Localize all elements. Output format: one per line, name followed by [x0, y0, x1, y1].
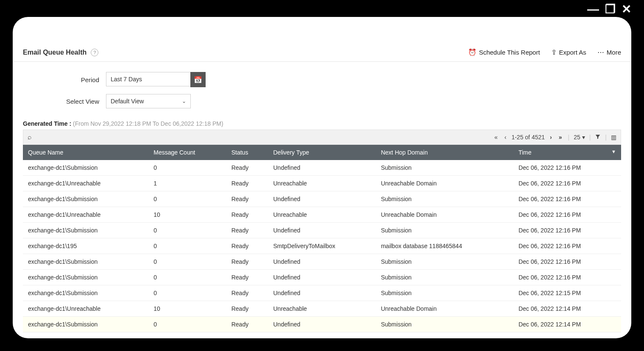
cell-count: 10 — [148, 207, 226, 223]
cell-time: Dec 06, 2022 12:16 PM — [513, 270, 621, 285]
cell-queue: exchange-dc1\Submission — [23, 317, 148, 332]
export-icon: ⇪ — [551, 48, 557, 56]
cell-time: Dec 06, 2022 12:16 PM — [513, 223, 621, 238]
cell-time: Dec 06, 2022 12:14 PM — [513, 301, 621, 317]
app-window: Email Queue Health ? ⏰ Schedule This Rep… — [13, 17, 631, 338]
table-row[interactable]: exchange-dc1\Submission0ReadyUndefinedSu… — [23, 270, 621, 285]
generated-time-value: (From Nov 29,2022 12:18 PM To Dec 06,202… — [73, 120, 223, 127]
caret-down-icon: ▾ — [582, 134, 585, 141]
export-as-button[interactable]: ⇪ Export As — [551, 48, 586, 56]
cell-delivery: Undefined — [268, 270, 376, 285]
cell-time: Dec 06, 2022 12:16 PM — [513, 238, 621, 254]
table-row[interactable]: exchange-dc1\Submission0ReadyUndefinedSu… — [23, 223, 621, 238]
cell-hop: Unreachable Domain — [376, 207, 513, 223]
cell-status: Ready — [226, 160, 268, 176]
period-label: Period — [23, 76, 99, 83]
cell-delivery: SmtpDeliveryToMailbox — [268, 238, 376, 254]
cell-delivery: Unreachable — [268, 301, 376, 317]
cell-queue: exchange-dc1\Unreachable — [23, 176, 148, 191]
cell-time: Dec 06, 2022 12:15 PM — [513, 285, 621, 301]
table-row[interactable]: exchange-dc1\Submission0ReadyUndefinedSu… — [23, 254, 621, 270]
cell-count: 0 — [148, 223, 226, 238]
cell-status: Ready — [226, 270, 268, 285]
cell-count: 0 — [148, 285, 226, 301]
cell-time: Dec 06, 2022 12:16 PM — [513, 160, 621, 176]
table-row[interactable]: exchange-dc1\1950ReadySmtpDeliveryToMail… — [23, 238, 621, 254]
col-delivery-type[interactable]: Delivery Type — [268, 145, 376, 160]
page-size-selector[interactable]: 25 ▾ — [574, 134, 585, 141]
pagination-range: 1-25 of 4521 — [511, 134, 545, 141]
cell-queue: exchange-dc1\Submission — [23, 254, 148, 270]
first-page-button[interactable]: « — [493, 134, 499, 141]
maximize-icon[interactable]: ❐ — [605, 3, 616, 15]
cell-delivery: Undefined — [268, 160, 376, 176]
cell-status: Ready — [226, 254, 268, 270]
table-toolbar: ⌕ « ‹ 1-25 of 4521 › » | 25 ▾ | | ▥ — [23, 130, 621, 145]
cell-time: Dec 06, 2022 12:16 PM — [513, 191, 621, 207]
page-header: Email Queue Health ? ⏰ Schedule This Rep… — [13, 41, 631, 62]
cell-hop: Submission — [376, 223, 513, 238]
table-row[interactable]: exchange-dc1\Unreachable10ReadyUnreachab… — [23, 301, 621, 317]
minimize-icon[interactable]: — — [587, 3, 599, 15]
cell-delivery: Undefined — [268, 223, 376, 238]
separator: | — [567, 134, 571, 141]
cell-delivery: Undefined — [268, 317, 376, 332]
cell-hop: mailbox database 1188465844 — [376, 238, 513, 254]
table-row[interactable]: exchange-dc1\Unreachable1ReadyUnreachabl… — [23, 176, 621, 191]
cell-status: Ready — [226, 207, 268, 223]
col-time-label: Time — [519, 149, 532, 156]
cell-queue: exchange-dc1\Submission — [23, 160, 148, 176]
search-icon[interactable]: ⌕ — [28, 133, 32, 141]
cell-count: 0 — [148, 254, 226, 270]
cell-count: 0 — [148, 191, 226, 207]
filter-icon[interactable] — [595, 134, 601, 141]
cell-count: 10 — [148, 301, 226, 317]
more-button[interactable]: ⋯ More — [597, 48, 621, 56]
cell-time: Dec 06, 2022 12:16 PM — [513, 207, 621, 223]
col-time[interactable]: Time ▼ — [513, 145, 621, 160]
cell-hop: Unreachable Domain — [376, 176, 513, 191]
cell-delivery: Undefined — [268, 191, 376, 207]
col-status[interactable]: Status — [226, 145, 268, 160]
period-input[interactable]: Last 7 Days — [106, 72, 191, 86]
calendar-button[interactable]: 📅 — [190, 72, 206, 87]
column-settings-icon[interactable]: ▥ — [611, 134, 616, 141]
cell-hop: Submission — [376, 270, 513, 285]
table-row[interactable]: exchange-dc1\Submission0ReadyUndefinedSu… — [23, 285, 621, 301]
table-row[interactable]: exchange-dc1\Unreachable10ReadyUnreachab… — [23, 207, 621, 223]
close-icon[interactable]: ✕ — [622, 3, 631, 15]
prev-page-button[interactable]: ‹ — [503, 134, 508, 141]
cell-queue: exchange-dc1\Submission — [23, 223, 148, 238]
cell-hop: Submission — [376, 254, 513, 270]
select-view-value: Default View — [111, 98, 144, 105]
help-icon[interactable]: ? — [91, 49, 98, 56]
col-queue-name[interactable]: Queue Name — [23, 145, 148, 160]
table-row[interactable]: exchange-dc1\Submission0ReadyUndefinedSu… — [23, 160, 621, 176]
alarm-clock-icon: ⏰ — [468, 48, 477, 56]
select-view-label: Select View — [23, 98, 99, 105]
cell-delivery: Unreachable — [268, 176, 376, 191]
table-body: exchange-dc1\Submission0ReadyUndefinedSu… — [23, 160, 621, 332]
next-page-button[interactable]: › — [548, 134, 554, 141]
cell-time: Dec 06, 2022 12:16 PM — [513, 176, 621, 191]
cell-hop: Submission — [376, 160, 513, 176]
page-size-value: 25 — [574, 134, 580, 141]
sort-desc-icon: ▼ — [611, 149, 616, 154]
cell-status: Ready — [226, 191, 268, 207]
generated-time: Generated Time : (From Nov 29,2022 12:18… — [13, 119, 631, 130]
last-page-button[interactable]: » — [557, 134, 564, 141]
cell-queue: exchange-dc1\Unreachable — [23, 207, 148, 223]
chevron-down-icon: ⌄ — [182, 98, 186, 104]
cell-queue: exchange-dc1\Submission — [23, 270, 148, 285]
cell-hop: Submission — [376, 317, 513, 332]
select-view-dropdown[interactable]: Default View ⌄ — [106, 94, 191, 108]
table-row[interactable]: exchange-dc1\Submission0ReadyUndefinedSu… — [23, 317, 621, 332]
cell-status: Ready — [226, 285, 268, 301]
col-next-hop-domain[interactable]: Next Hop Domain — [376, 145, 513, 160]
schedule-report-button[interactable]: ⏰ Schedule This Report — [468, 48, 540, 56]
more-label: More — [607, 49, 621, 56]
cell-count: 0 — [148, 270, 226, 285]
col-message-count[interactable]: Message Count — [148, 145, 226, 160]
table-row[interactable]: exchange-dc1\Submission0ReadyUndefinedSu… — [23, 191, 621, 207]
cell-hop: Submission — [376, 191, 513, 207]
